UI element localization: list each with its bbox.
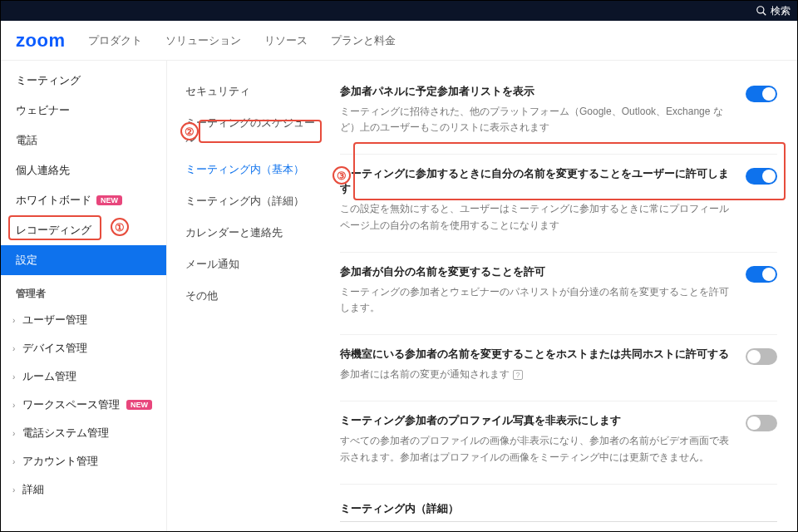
chevron-right-icon: › <box>12 316 19 325</box>
sidebar-item-account-mgmt[interactable]: ›アカウント管理 <box>1 447 166 475</box>
sidebar-item-label: アカウント管理 <box>22 454 98 469</box>
section-heading-advanced: ミーティング内（詳細） <box>340 485 777 522</box>
top-utility-bar: 検索 <box>1 1 797 21</box>
setting-row: 待機室にいる参加者の名前を変更することをホストまたは共同ホストに許可する 参加者… <box>340 335 777 401</box>
subnav-calendar[interactable]: カレンダーと連絡先 <box>167 217 333 249</box>
toggle-switch[interactable] <box>746 86 777 102</box>
sidebar-item-user-mgmt[interactable]: ›ユーザー管理 <box>1 306 166 334</box>
setting-title: ミーティング参加者のプロファイル写真を非表示にします <box>340 413 732 428</box>
search-icon <box>756 5 767 17</box>
annotation-number-2: ② <box>180 122 199 140</box>
new-badge: NEW <box>96 195 122 205</box>
chevron-right-icon: › <box>12 344 19 353</box>
settings-content: 参加者パネルに予定参加者リストを表示 ミーティングに招待された、他のプラットフォ… <box>333 61 797 531</box>
chevron-right-icon: › <box>12 457 19 466</box>
sidebar-item-settings[interactable]: 設定 <box>1 245 166 275</box>
sidebar-item-label: 詳細 <box>22 482 44 497</box>
nav-plan[interactable]: プランと料金 <box>331 33 396 48</box>
sidebar-item-phonesys-mgmt[interactable]: ›電話システム管理 <box>1 419 166 447</box>
nav-solution[interactable]: ソリューション <box>165 33 241 48</box>
setting-row: ミーティングに参加するときに自分の名前を変更することをユーザーに許可します この… <box>340 155 777 252</box>
sidebar-item-label: ルーム管理 <box>22 369 76 384</box>
sidebar-item-advanced[interactable]: ›詳細 <box>1 475 166 504</box>
sidebar-item-whiteboard[interactable]: ホワイトボード NEW <box>1 185 166 215</box>
left-sidebar: ミーティング ウェビナー 電話 個人連絡先 ホワイトボード NEW レコーディン… <box>1 61 167 531</box>
annotation-number-1: ① <box>111 218 129 236</box>
sidebar-item-meetings[interactable]: ミーティング <box>1 66 166 96</box>
chevron-right-icon: › <box>12 372 19 382</box>
setting-title: 参加者パネルに予定参加者リストを表示 <box>340 84 732 99</box>
sidebar-item-room-mgmt[interactable]: ›ルーム管理 <box>1 362 166 391</box>
setting-desc: 参加者には名前の変更が通知されます? <box>340 367 732 382</box>
chevron-right-icon: › <box>12 485 19 495</box>
chevron-right-icon: › <box>12 401 19 410</box>
setting-title: 参加者が自分の名前を変更することを許可 <box>340 264 732 279</box>
toggle-switch[interactable] <box>746 266 777 283</box>
sidebar-item-device-mgmt[interactable]: ›デバイス管理 <box>1 334 166 362</box>
sidebar-item-label: デバイス管理 <box>22 341 87 356</box>
subnav-inmeeting-basic[interactable]: ミーティング内（基本） <box>167 154 333 185</box>
setting-desc: ミーティングの参加者とウェビナーのパネリストが自分達の名前を変更することを許可し… <box>340 284 732 316</box>
subnav-other[interactable]: その他 <box>167 280 333 312</box>
zoom-logo[interactable]: zoom <box>16 30 65 52</box>
new-badge: NEW <box>126 400 152 410</box>
sidebar-item-label: ワークスペース管理 <box>22 397 120 412</box>
sidebar-item-label: ホワイトボード <box>16 193 91 208</box>
svg-point-0 <box>757 7 764 13</box>
sidebar-item-label: ユーザー管理 <box>22 313 87 328</box>
toggle-switch[interactable] <box>746 415 777 431</box>
sidebar-item-phone[interactable]: 電話 <box>1 126 166 155</box>
annotation-number-3: ③ <box>332 166 351 185</box>
nav-product[interactable]: プロダクト <box>88 33 142 48</box>
setting-row: ミーティング参加者のプロファイル写真を非表示にします すべての参加者のプロファイ… <box>340 401 777 484</box>
subnav-mail[interactable]: メール通知 <box>167 249 333 280</box>
toggle-switch[interactable] <box>746 168 777 185</box>
main-header: zoom プロダクト ソリューション リソース プランと料金 <box>1 21 797 61</box>
setting-row: 参加者が自分の名前を変更することを許可 ミーティングの参加者とウェビナーのパネリ… <box>340 253 777 335</box>
setting-row: Zoomに報告 ミーティングの参加者に不適切な態度がある場合にレビューのためユー… <box>340 525 777 531</box>
chevron-right-icon: › <box>12 429 19 438</box>
sidebar-item-label: 電話システム管理 <box>22 426 109 441</box>
setting-row: 参加者パネルに予定参加者リストを表示 ミーティングに招待された、他のプラットフォ… <box>340 72 777 155</box>
subnav-inmeeting-adv[interactable]: ミーティング内（詳細） <box>167 185 333 217</box>
sidebar-section-admin: 管理者 <box>1 275 166 306</box>
nav-resource[interactable]: リソース <box>264 33 308 48</box>
sidebar-item-workspace-mgmt[interactable]: ›ワークスペース管理NEW <box>1 391 166 419</box>
svg-line-1 <box>763 12 766 16</box>
sidebar-item-contacts[interactable]: 個人連絡先 <box>1 155 166 185</box>
info-icon[interactable]: ? <box>513 370 523 380</box>
setting-title: ミーティングに参加するときに自分の名前を変更することをユーザーに許可します <box>340 166 732 196</box>
setting-desc: すべての参加者のプロファイルの画像が非表示になり、参加者の名前がビデオ画面で表示… <box>340 433 732 465</box>
toggle-switch[interactable] <box>746 348 777 365</box>
setting-desc: この設定を無効にすると、ユーザーはミーティングに参加するときに常にプロフィール … <box>340 201 732 233</box>
search-label[interactable]: 検索 <box>771 4 791 18</box>
subnav-security[interactable]: セキュリティ <box>167 76 333 107</box>
sidebar-item-webinars[interactable]: ウェビナー <box>1 96 166 126</box>
sidebar-item-recordings[interactable]: レコーディング <box>1 215 166 245</box>
setting-desc: ミーティングに招待された、他のプラットフォーム（Google、Outlook、E… <box>340 104 732 135</box>
setting-title: 待機室にいる参加者の名前を変更することをホストまたは共同ホストに許可する <box>340 347 732 362</box>
